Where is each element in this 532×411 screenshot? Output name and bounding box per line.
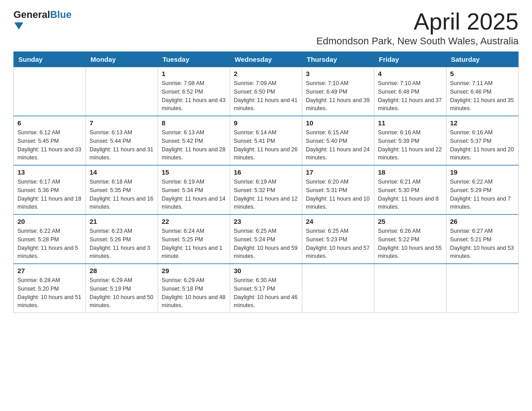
cell-sun-info: Sunrise: 7:09 AMSunset: 6:50 PMDaylight:… xyxy=(234,79,298,113)
calendar-cell: 21Sunrise: 6:23 AMSunset: 5:26 PMDayligh… xyxy=(86,214,158,264)
cell-day-number: 27 xyxy=(17,267,82,274)
calendar-cell: 23Sunrise: 6:25 AMSunset: 5:24 PMDayligh… xyxy=(230,214,302,264)
cell-day-number: 21 xyxy=(90,218,154,225)
calendar-cell: 22Sunrise: 6:24 AMSunset: 5:25 PMDayligh… xyxy=(158,214,230,264)
page-header: GeneralBlue April 2025 Edmondson Park, N… xyxy=(13,9,519,47)
cell-sun-info: Sunrise: 6:18 AMSunset: 5:35 PMDaylight:… xyxy=(90,178,154,211)
cell-day-number: 24 xyxy=(306,218,370,225)
calendar-week-row: 13Sunrise: 6:17 AMSunset: 5:36 PMDayligh… xyxy=(14,165,519,214)
calendar-cell: 5Sunrise: 7:11 AMSunset: 6:46 PMDaylight… xyxy=(446,67,519,116)
cell-sun-info: Sunrise: 6:29 AMSunset: 5:19 PMDaylight:… xyxy=(90,276,154,310)
cell-day-number: 7 xyxy=(90,119,154,127)
column-header-wednesday: Wednesday xyxy=(230,52,302,67)
cell-day-number: 29 xyxy=(162,267,226,274)
calendar-cell: 1Sunrise: 7:08 AMSunset: 6:52 PMDaylight… xyxy=(158,67,230,116)
cell-sun-info: Sunrise: 6:22 AMSunset: 5:28 PMDaylight:… xyxy=(17,227,82,261)
cell-sun-info: Sunrise: 6:14 AMSunset: 5:41 PMDaylight:… xyxy=(234,128,298,162)
cell-day-number: 13 xyxy=(17,168,82,176)
cell-sun-info: Sunrise: 6:16 AMSunset: 5:37 PMDaylight:… xyxy=(450,128,515,162)
calendar-header-row: SundayMondayTuesdayWednesdayThursdayFrid… xyxy=(14,52,519,67)
calendar-table: SundayMondayTuesdayWednesdayThursdayFrid… xyxy=(13,51,519,313)
cell-sun-info: Sunrise: 7:10 AMSunset: 6:48 PMDaylight:… xyxy=(378,79,442,113)
cell-day-number: 20 xyxy=(17,218,82,225)
cell-day-number: 8 xyxy=(162,119,226,127)
calendar-cell: 6Sunrise: 6:12 AMSunset: 5:45 PMDaylight… xyxy=(14,116,86,165)
column-header-tuesday: Tuesday xyxy=(158,52,230,67)
calendar-cell: 16Sunrise: 6:19 AMSunset: 5:32 PMDayligh… xyxy=(230,165,302,214)
cell-sun-info: Sunrise: 6:24 AMSunset: 5:25 PMDaylight:… xyxy=(162,227,226,261)
column-header-friday: Friday xyxy=(374,52,446,67)
cell-day-number: 5 xyxy=(450,70,515,77)
cell-sun-info: Sunrise: 6:15 AMSunset: 5:40 PMDaylight:… xyxy=(306,128,370,162)
logo-blue: Blue xyxy=(50,9,72,20)
cell-sun-info: Sunrise: 6:22 AMSunset: 5:29 PMDaylight:… xyxy=(450,178,515,211)
calendar-cell: 3Sunrise: 7:10 AMSunset: 6:49 PMDaylight… xyxy=(302,67,374,116)
calendar-cell: 18Sunrise: 6:21 AMSunset: 5:30 PMDayligh… xyxy=(374,165,446,214)
cell-day-number: 4 xyxy=(378,70,442,77)
cell-sun-info: Sunrise: 6:13 AMSunset: 5:44 PMDaylight:… xyxy=(90,128,154,162)
calendar-cell: 9Sunrise: 6:14 AMSunset: 5:41 PMDaylight… xyxy=(230,116,302,165)
calendar-cell: 11Sunrise: 6:16 AMSunset: 5:39 PMDayligh… xyxy=(374,116,446,165)
cell-sun-info: Sunrise: 7:11 AMSunset: 6:46 PMDaylight:… xyxy=(450,79,515,113)
cell-day-number: 10 xyxy=(306,119,370,127)
calendar-cell: 14Sunrise: 6:18 AMSunset: 5:35 PMDayligh… xyxy=(86,165,158,214)
cell-day-number: 28 xyxy=(90,267,154,274)
cell-day-number: 22 xyxy=(162,218,226,225)
logo: GeneralBlue xyxy=(13,9,72,30)
cell-sun-info: Sunrise: 6:12 AMSunset: 5:45 PMDaylight:… xyxy=(17,128,82,162)
calendar-cell: 25Sunrise: 6:26 AMSunset: 5:22 PMDayligh… xyxy=(374,214,446,264)
column-header-saturday: Saturday xyxy=(446,52,519,67)
cell-sun-info: Sunrise: 6:16 AMSunset: 5:39 PMDaylight:… xyxy=(378,128,442,162)
cell-day-number: 17 xyxy=(306,168,370,176)
calendar-cell: 19Sunrise: 6:22 AMSunset: 5:29 PMDayligh… xyxy=(446,165,519,214)
cell-sun-info: Sunrise: 6:19 AMSunset: 5:34 PMDaylight:… xyxy=(162,178,226,211)
calendar-week-row: 6Sunrise: 6:12 AMSunset: 5:45 PMDaylight… xyxy=(14,116,519,165)
cell-day-number: 25 xyxy=(378,218,442,225)
calendar-cell xyxy=(302,264,374,313)
column-header-thursday: Thursday xyxy=(302,52,374,67)
cell-sun-info: Sunrise: 6:26 AMSunset: 5:22 PMDaylight:… xyxy=(378,227,442,261)
cell-day-number: 30 xyxy=(234,267,298,274)
cell-sun-info: Sunrise: 6:27 AMSunset: 5:21 PMDaylight:… xyxy=(450,227,515,261)
cell-sun-info: Sunrise: 6:25 AMSunset: 5:24 PMDaylight:… xyxy=(234,227,298,261)
logo-general: General xyxy=(13,9,50,20)
cell-sun-info: Sunrise: 6:17 AMSunset: 5:36 PMDaylight:… xyxy=(17,178,82,211)
cell-day-number: 11 xyxy=(378,119,442,127)
location-subtitle: Edmondson Park, New South Wales, Austral… xyxy=(316,35,519,47)
cell-sun-info: Sunrise: 6:20 AMSunset: 5:31 PMDaylight:… xyxy=(306,178,370,211)
cell-sun-info: Sunrise: 6:23 AMSunset: 5:26 PMDaylight:… xyxy=(90,227,154,261)
cell-day-number: 3 xyxy=(306,70,370,77)
calendar-cell: 2Sunrise: 7:09 AMSunset: 6:50 PMDaylight… xyxy=(230,67,302,116)
calendar-cell xyxy=(14,67,86,116)
cell-day-number: 2 xyxy=(234,70,298,77)
calendar-week-row: 20Sunrise: 6:22 AMSunset: 5:28 PMDayligh… xyxy=(14,214,519,264)
calendar-cell: 29Sunrise: 6:29 AMSunset: 5:18 PMDayligh… xyxy=(158,264,230,313)
cell-sun-info: Sunrise: 6:29 AMSunset: 5:18 PMDaylight:… xyxy=(162,276,226,310)
calendar-cell: 26Sunrise: 6:27 AMSunset: 5:21 PMDayligh… xyxy=(446,214,519,264)
calendar-cell: 27Sunrise: 6:28 AMSunset: 5:20 PMDayligh… xyxy=(14,264,86,313)
month-title: April 2025 xyxy=(316,9,519,34)
cell-sun-info: Sunrise: 6:19 AMSunset: 5:32 PMDaylight:… xyxy=(234,178,298,211)
calendar-cell: 12Sunrise: 6:16 AMSunset: 5:37 PMDayligh… xyxy=(446,116,519,165)
calendar-cell xyxy=(86,67,158,116)
cell-sun-info: Sunrise: 6:25 AMSunset: 5:23 PMDaylight:… xyxy=(306,227,370,261)
calendar-cell: 4Sunrise: 7:10 AMSunset: 6:48 PMDaylight… xyxy=(374,67,446,116)
cell-day-number: 14 xyxy=(90,168,154,176)
calendar-cell: 10Sunrise: 6:15 AMSunset: 5:40 PMDayligh… xyxy=(302,116,374,165)
cell-day-number: 12 xyxy=(450,119,515,127)
cell-sun-info: Sunrise: 6:28 AMSunset: 5:20 PMDaylight:… xyxy=(17,276,82,310)
cell-day-number: 23 xyxy=(234,218,298,225)
cell-sun-info: Sunrise: 7:08 AMSunset: 6:52 PMDaylight:… xyxy=(162,79,226,113)
cell-day-number: 6 xyxy=(17,119,82,127)
cell-day-number: 18 xyxy=(378,168,442,176)
calendar-week-row: 27Sunrise: 6:28 AMSunset: 5:20 PMDayligh… xyxy=(14,264,519,313)
calendar-cell: 17Sunrise: 6:20 AMSunset: 5:31 PMDayligh… xyxy=(302,165,374,214)
calendar-cell: 13Sunrise: 6:17 AMSunset: 5:36 PMDayligh… xyxy=(14,165,86,214)
calendar-cell: 24Sunrise: 6:25 AMSunset: 5:23 PMDayligh… xyxy=(302,214,374,264)
cell-sun-info: Sunrise: 6:30 AMSunset: 5:17 PMDaylight:… xyxy=(234,276,298,310)
cell-day-number: 19 xyxy=(450,168,515,176)
calendar-cell: 28Sunrise: 6:29 AMSunset: 5:19 PMDayligh… xyxy=(86,264,158,313)
title-block: April 2025 Edmondson Park, New South Wal… xyxy=(316,9,519,47)
column-header-sunday: Sunday xyxy=(14,52,86,67)
calendar-cell: 20Sunrise: 6:22 AMSunset: 5:28 PMDayligh… xyxy=(14,214,86,264)
